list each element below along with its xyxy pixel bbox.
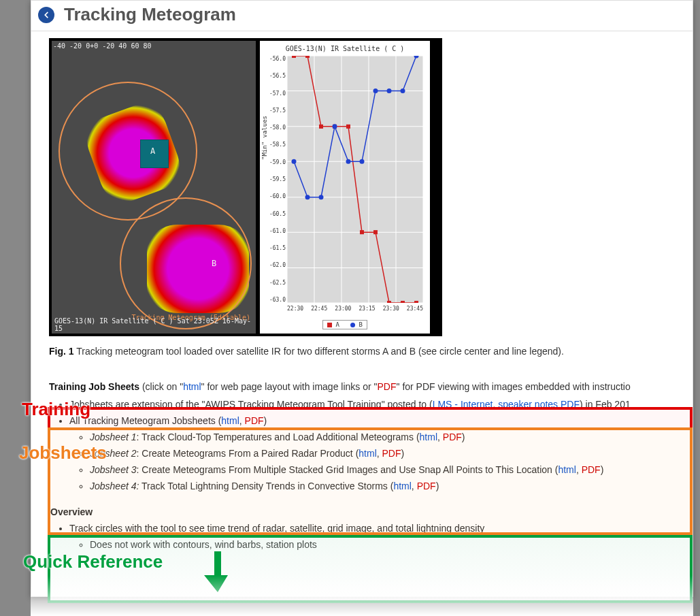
content-area: -40 -20 0+0 -20 40 60 80 A B Tracking Me… [31, 31, 693, 550]
figure-row: -40 -20 0+0 -20 40 60 80 A B Tracking Me… [49, 38, 442, 336]
svg-rect-15 [305, 56, 310, 58]
tjs-bold: Training Job Sheets [49, 381, 139, 392]
back-icon[interactable] [38, 7, 54, 23]
html-link[interactable]: html [558, 464, 576, 475]
svg-rect-21 [387, 301, 391, 303]
speaker-notes-link[interactable]: speaker notes PDF [498, 399, 580, 410]
caption-bold: Fig. 1 [49, 346, 74, 357]
training-head: Training Job Sheets (click on "html" for… [49, 381, 675, 392]
html-link[interactable]: html [420, 432, 437, 442]
document-page: Tracking Meteogram -40 -20 0+0 -20 40 60… [31, 0, 693, 597]
svg-point-30 [373, 88, 378, 93]
svg-rect-22 [401, 301, 405, 303]
overview-heading: Overview [50, 506, 675, 517]
fade-overlay [31, 575, 693, 616]
chart-ylabel: "Min" values [261, 116, 268, 160]
list-item: Jobsheets are extension of the "AWIPS Tr… [69, 399, 675, 410]
chart-panel: GOES-13(N) IR Satellite ( C ) -56.0-56.5… [260, 41, 430, 334]
sat-footer-label: GOES-13(N) IR Satellite ( C ) Sat 23:05Z… [54, 317, 256, 332]
html-link[interactable]: html [359, 448, 376, 459]
sub-list: Jobsheet 1: Track Cloud-Top Temperatures… [69, 432, 675, 491]
pdf-link[interactable]: PDF [443, 432, 462, 442]
svg-rect-14 [292, 56, 296, 58]
svg-point-32 [401, 88, 405, 93]
list-item: Does not work with contours, wind barbs,… [90, 539, 675, 550]
chart-legend: A B [322, 320, 367, 329]
list-item: Jobsheet 4: Track Total Lightning Densit… [90, 481, 675, 491]
svg-point-28 [346, 159, 351, 164]
chart-plot-area [287, 56, 423, 303]
html-link[interactable]: html [393, 481, 411, 491]
pdf-link[interactable]: PDF [582, 464, 601, 475]
svg-point-29 [360, 159, 365, 164]
html-link[interactable]: html [221, 415, 239, 426]
overview-list: Track circles with the tool to see time … [49, 523, 675, 550]
html-link[interactable]: html [183, 381, 201, 392]
pdf-link[interactable]: PDF [245, 415, 264, 426]
list-item: Jobsheet 3: Create Meteograms From Multi… [90, 464, 675, 475]
list-item: Jobsheet 2: Create Meteograms From a Pai… [90, 448, 675, 459]
sat-scale-label: -40 -20 0+0 -20 40 60 80 [53, 42, 152, 50]
bullet-list: Jobsheets are extension of the "AWIPS Tr… [49, 399, 675, 491]
svg-rect-18 [346, 125, 350, 129]
caption-text: Tracking meteogram tool loaded over sate… [74, 346, 564, 357]
svg-point-33 [414, 56, 419, 59]
label-b: B [212, 259, 216, 268]
pdf-link[interactable]: PDF [382, 448, 401, 459]
svg-rect-23 [414, 301, 418, 303]
list-item: Track circles with the tool to see time … [69, 523, 675, 534]
lms-link[interactable]: LMS - Internet [433, 399, 493, 410]
chart-title: GOES-13(N) IR Satellite ( C ) [260, 41, 430, 54]
list-item: All Tracking Meteogram Jobsheets (html, … [69, 415, 675, 491]
chart-yticks: -56.0-56.5-57.0-57.5-58.0-58.5-59.0-59.5… [267, 56, 286, 303]
satellite-panel: -40 -20 0+0 -20 40 60 80 A B Tracking Me… [52, 41, 256, 334]
svg-rect-16 [319, 125, 323, 129]
chart-xticks: 22:3022:4523:0023:1523:3023:45 [287, 306, 423, 312]
svg-point-27 [333, 124, 337, 129]
circle-b [120, 197, 252, 329]
figure-caption: Fig. 1 Tracking meteogram tool loaded ov… [49, 346, 675, 357]
svg-point-31 [387, 88, 392, 93]
pdf-link[interactable]: PDF [378, 381, 397, 392]
svg-rect-19 [360, 230, 364, 234]
list-item: Jobsheet 1: Track Cloud-Top Temperatures… [90, 432, 675, 442]
label-a: A [150, 146, 155, 156]
svg-point-24 [292, 159, 297, 164]
svg-point-25 [305, 195, 310, 199]
svg-rect-20 [373, 230, 378, 234]
page-title: Tracking Meteogram [64, 4, 236, 25]
pdf-link[interactable]: PDF [417, 481, 436, 491]
page-header: Tracking Meteogram [31, 1, 693, 31]
svg-point-26 [319, 195, 324, 199]
